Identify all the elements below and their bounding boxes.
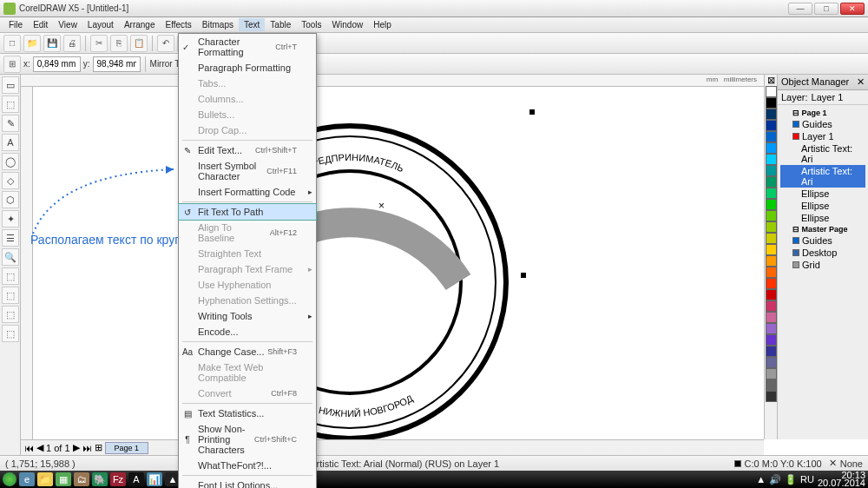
menu-item[interactable]: Insert Formatting Code▸ [179, 184, 316, 200]
color-swatch[interactable] [766, 368, 777, 379]
nav-next[interactable]: ▶ [73, 442, 80, 453]
menu-edit[interactable]: Edit [28, 18, 53, 31]
color-swatch[interactable] [766, 244, 777, 255]
new-button[interactable]: □ [3, 35, 21, 52]
taskbar-app[interactable]: e [19, 472, 35, 486]
color-swatch[interactable] [766, 97, 777, 109]
tool-3[interactable]: A [2, 134, 19, 151]
tool-10[interactable]: ⬚ [2, 267, 19, 285]
color-swatch[interactable] [766, 120, 777, 131]
menu-item[interactable]: Paragraph Formatting [179, 60, 316, 76]
color-swatch[interactable] [766, 86, 777, 97]
color-swatch[interactable] [766, 199, 777, 210]
cut-button[interactable]: ✂ [90, 35, 108, 52]
menu-item[interactable]: Show Non-Printing CharactersCtrl+Shift+C… [179, 421, 316, 458]
color-swatch[interactable] [766, 109, 777, 120]
color-swatch[interactable] [766, 221, 777, 233]
color-swatch[interactable] [766, 176, 777, 188]
presets-button[interactable]: ⊞ [3, 56, 21, 73]
color-swatch[interactable] [766, 300, 777, 312]
nav-prev[interactable]: ◀ [36, 442, 43, 453]
tree-item[interactable]: Guides [780, 234, 865, 247]
menu-arrange[interactable]: Arrange [119, 18, 161, 31]
color-swatch[interactable] [766, 165, 777, 176]
tool-2[interactable]: ✎ [2, 115, 19, 132]
menu-effects[interactable]: Effects [160, 18, 196, 31]
x-input[interactable] [33, 56, 81, 72]
tool-0[interactable]: ▭ [2, 76, 19, 94]
undo-button[interactable]: ↶ [157, 35, 174, 52]
paste-button[interactable]: 📋 [130, 35, 148, 52]
page-tab[interactable]: Page 1 [105, 442, 149, 454]
tool-4[interactable]: ◯ [2, 153, 19, 170]
tool-8[interactable]: ☰ [2, 229, 19, 247]
save-button[interactable]: 💾 [43, 35, 61, 52]
tool-11[interactable]: ⬚ [2, 287, 19, 304]
tree-item[interactable]: Artistic Text: Ari [780, 165, 865, 188]
tree-item[interactable]: Guides [780, 118, 865, 130]
menu-layout[interactable]: Layout [82, 18, 119, 31]
open-button[interactable]: 📁 [23, 35, 41, 52]
color-swatch[interactable] [766, 233, 777, 244]
print-button[interactable]: 🖨 [63, 35, 81, 52]
taskbar-app[interactable]: 📁 [37, 472, 53, 486]
menu-item[interactable]: Font List Options... [179, 478, 316, 488]
color-swatch[interactable] [766, 391, 777, 402]
color-swatch[interactable] [766, 154, 777, 165]
tree-item[interactable]: Ellipse [780, 200, 865, 212]
tree-item[interactable]: Desktop [780, 247, 865, 259]
tool-6[interactable]: ⬡ [2, 191, 19, 208]
color-swatch[interactable] [766, 289, 777, 300]
panel-close-icon[interactable]: ✕ [857, 76, 865, 88]
taskbar-app[interactable]: 🗂 [74, 472, 89, 486]
taskbar-app[interactable]: ▦ [56, 472, 71, 486]
color-swatch[interactable] [766, 357, 777, 368]
menu-table[interactable]: Table [265, 18, 296, 31]
menu-item[interactable]: Change Case...Shift+F3Aa [179, 344, 316, 359]
menu-item[interactable]: Encode... [179, 324, 316, 340]
maximize-button[interactable]: □ [814, 3, 838, 15]
color-swatch[interactable] [766, 255, 777, 267]
color-swatch[interactable] [766, 142, 777, 154]
menu-item[interactable]: Fit Text To Path↺ [178, 203, 317, 221]
start-button[interactable] [3, 472, 16, 486]
color-swatch[interactable] [766, 346, 777, 357]
y-input[interactable] [93, 56, 141, 72]
menu-help[interactable]: Help [368, 18, 397, 31]
tree-item[interactable]: Artistic Text: Ari [780, 142, 865, 165]
menu-text[interactable]: Text [239, 18, 265, 31]
color-swatch[interactable] [766, 188, 777, 199]
add-page[interactable]: ⊞ [95, 442, 102, 453]
taskbar-app[interactable]: 📊 [147, 472, 162, 486]
tree-item[interactable]: Layer 1 [780, 130, 865, 142]
color-swatch[interactable] [766, 379, 777, 391]
minimize-button[interactable]: — [788, 3, 812, 15]
close-button[interactable]: ✕ [840, 3, 865, 15]
color-swatch[interactable] [766, 210, 777, 221]
taskbar-app[interactable]: Fz [110, 472, 126, 486]
menu-bitmaps[interactable]: Bitmaps [197, 18, 239, 31]
selection-handle[interactable] [529, 109, 535, 115]
copy-button[interactable]: ⎘ [110, 35, 128, 52]
color-swatch[interactable] [766, 323, 777, 334]
tree-item[interactable]: Ellipse [780, 212, 865, 224]
menu-item[interactable]: Writing Tools▸ [179, 308, 316, 324]
taskbar-app[interactable]: 🐘 [92, 472, 108, 486]
color-swatch[interactable] [766, 267, 777, 278]
menu-tools[interactable]: Tools [296, 18, 326, 31]
nav-last[interactable]: ⏭ [82, 443, 92, 453]
tool-7[interactable]: ✦ [2, 210, 19, 228]
tool-5[interactable]: ◇ [2, 172, 19, 189]
menu-view[interactable]: View [53, 18, 82, 31]
canvas[interactable]: Й ПРЕДПРИНИМАТЕЛЬ ГОРОД НИЖНИЙ НОВГОРОД … [33, 87, 764, 439]
tool-12[interactable]: ⬚ [2, 306, 19, 323]
taskbar-app[interactable]: A [128, 472, 144, 486]
menu-file[interactable]: File [3, 18, 28, 31]
menu-item[interactable]: Edit Text...Ctrl+Shift+T✎ [179, 142, 316, 158]
color-swatch[interactable] [766, 278, 777, 289]
color-swatch[interactable] [766, 334, 777, 346]
tool-13[interactable]: ⬚ [2, 325, 19, 342]
menu-item[interactable]: WhatTheFont?!... [179, 458, 316, 473]
system-tray[interactable]: ▲🔊🔋 RU 20:1320.07.2014 [756, 472, 865, 487]
color-swatch[interactable] [766, 312, 777, 323]
